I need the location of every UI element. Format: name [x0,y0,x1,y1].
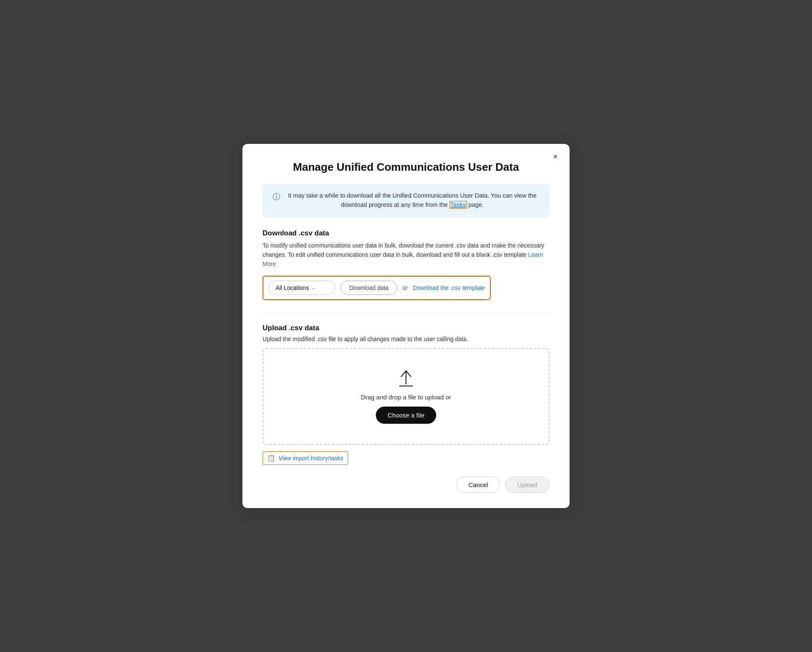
location-select[interactable]: All Locations ⌵ [268,281,336,295]
or-separator: or [402,284,407,291]
info-icon: ⓘ [273,192,280,202]
manage-uc-modal: × Manage Unified Communications User Dat… [242,144,570,508]
upload-section-title: Upload .csv data [263,324,549,332]
download-row: All Locations ⌵ Download data or Downloa… [263,276,491,300]
download-data-button[interactable]: Download data [341,281,397,295]
upload-arrow-icon [398,369,414,388]
close-button[interactable]: × [549,151,561,162]
tasks-link[interactable]: Tasks [450,201,467,209]
info-banner: ⓘ It may take a while to download all th… [263,184,549,217]
choose-file-button[interactable]: Choose a file [376,407,436,424]
upload-button[interactable]: Upload [505,477,549,493]
cancel-button[interactable]: Cancel [456,477,500,493]
drop-zone[interactable]: Drag and drop a file to upload or Choose… [263,348,549,445]
view-import-history-link[interactable]: 📋 View import history/tasks [263,451,348,465]
section-divider [263,313,549,314]
chevron-down-icon: ⌵ [312,285,315,291]
footer-buttons: Cancel Upload [263,477,549,493]
upload-section-desc: Upload the modified .csv file to apply a… [263,336,549,342]
download-section-desc: To modify unified communications user da… [263,241,549,269]
upload-icon [398,369,414,388]
location-label: All Locations [276,284,309,291]
csv-template-link[interactable]: Download the .csv template [413,284,485,291]
modal-title: Manage Unified Communications User Data [263,161,549,174]
import-history-icon: 📋 [267,454,275,462]
info-banner-text: It may take a while to download all the … [285,191,539,210]
drop-text: Drag and drop a file to upload or [361,394,451,401]
download-section: Download .csv data To modify unified com… [263,229,549,300]
upload-section: Upload .csv data Upload the modified .cs… [263,324,549,465]
download-section-title: Download .csv data [263,229,549,237]
